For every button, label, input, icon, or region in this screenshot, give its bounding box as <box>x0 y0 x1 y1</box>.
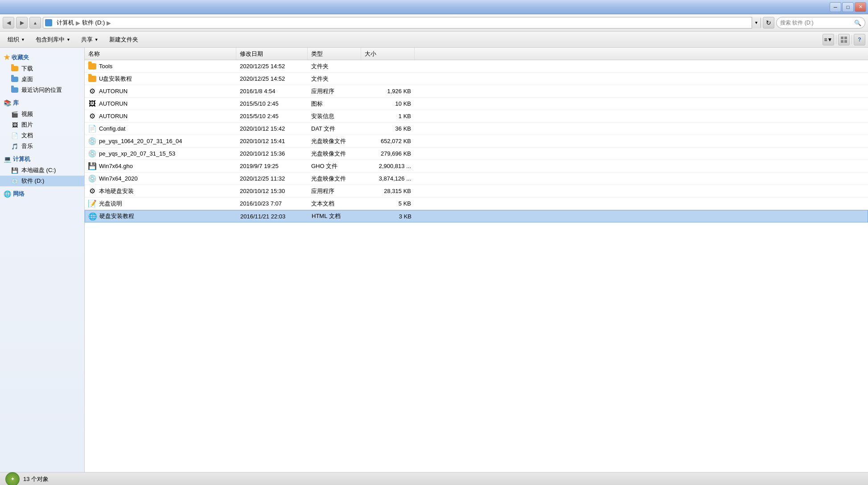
sidebar-item-picture[interactable]: 🖼 图片 <box>0 119 84 130</box>
file-name: Tools <box>99 63 112 70</box>
include-dropdown-icon: ▼ <box>66 37 70 42</box>
location-icon <box>45 19 52 26</box>
iso-icon: 💿 <box>88 175 96 183</box>
table-row[interactable]: Tools 2020/12/25 14:52 文件夹 <box>85 60 868 73</box>
table-row[interactable]: U盘安装教程 2020/12/25 14:52 文件夹 <box>85 73 868 85</box>
sidebar-item-desktop[interactable]: 桌面 <box>0 74 84 85</box>
address-dropdown-arrow[interactable]: ▼ <box>752 17 761 29</box>
file-name: Win7x64.gho <box>99 163 133 169</box>
table-row[interactable]: ⚙ AUTORUN 2016/1/8 4:54 应用程序 1,926 KB <box>85 85 868 98</box>
file-type-cell: GHO 文件 <box>308 162 361 170</box>
new-folder-button[interactable]: 新建文件夹 <box>104 33 143 46</box>
breadcrumb-computer[interactable]: 计算机 <box>57 19 74 27</box>
file-name: pe_yqs_xp_20_07_31_15_53 <box>99 150 175 157</box>
favorites-label: 收藏夹 <box>12 53 29 62</box>
column-header-name[interactable]: 名称 <box>85 48 236 60</box>
sidebar-item-downloads[interactable]: 下载 <box>0 63 84 74</box>
file-size-cell: 1,926 KB <box>361 88 415 95</box>
sidebar-header-favorites[interactable]: ★ 收藏夹 <box>0 51 84 63</box>
file-name: Config.dat <box>99 125 125 132</box>
sidebar-header-computer[interactable]: 💻 计算机 <box>0 153 84 165</box>
file-name: Win7x64_2020 <box>99 175 138 182</box>
gho-icon: 💾 <box>88 162 96 170</box>
maximize-button[interactable]: □ <box>842 2 854 12</box>
view-options-button[interactable]: ≡▼ <box>823 34 834 45</box>
file-name: U盘安装教程 <box>99 75 132 83</box>
file-rows: Tools 2020/12/25 14:52 文件夹 U盘安装教程 2020/1… <box>85 60 868 222</box>
change-view-button[interactable] <box>838 34 850 45</box>
file-date-cell: 2019/9/7 19:25 <box>236 163 308 169</box>
organize-button[interactable]: 组织 ▼ <box>3 33 30 46</box>
table-row[interactable]: 💾 Win7x64.gho 2019/9/7 19:25 GHO 文件 2,90… <box>85 160 868 173</box>
library-icon: 📚 <box>4 99 11 107</box>
address-bar-area: ◀ ▶ ▲ 计算机 ▶ 软件 (D:) ▶ ▼ ↻ 🔍 <box>0 14 868 32</box>
search-input[interactable] <box>780 20 852 26</box>
file-name: AUTORUN <box>99 113 128 119</box>
drive-c-icon: 💾 <box>11 166 19 174</box>
iso-icon: 💿 <box>88 137 96 145</box>
file-name-cell: 📝 光盘说明 <box>85 200 236 208</box>
picture-icon: 🖼 <box>11 121 19 129</box>
include-library-label: 包含到库中 <box>36 36 65 44</box>
file-name-cell: ⚙ AUTORUN <box>85 87 236 95</box>
refresh-button[interactable]: ↻ <box>763 17 774 29</box>
file-type-cell: 文件夹 <box>308 62 361 70</box>
local-d-label: 软件 (D:) <box>21 177 44 185</box>
minimize-button[interactable]: ─ <box>830 2 841 12</box>
sidebar-item-music[interactable]: 🎵 音乐 <box>0 141 84 152</box>
share-button[interactable]: 共享 ▼ <box>76 33 103 46</box>
table-row[interactable]: 💿 Win7x64_2020 2020/12/25 11:32 光盘映像文件 3… <box>85 173 868 185</box>
help-button[interactable]: ? <box>854 34 865 45</box>
file-size-cell: 2,900,813 ... <box>361 163 415 169</box>
sidebar-item-local-c[interactable]: 💾 本地磁盘 (C:) <box>0 165 84 176</box>
table-row[interactable]: 💿 pe_yqs_xp_20_07_31_15_53 2020/10/12 15… <box>85 148 868 160</box>
table-row[interactable]: 💿 pe_yqs_1064_20_07_31_16_04 2020/10/12 … <box>85 135 868 148</box>
local-c-label: 本地磁盘 (C:) <box>21 166 56 174</box>
file-date-cell: 2020/12/25 11:32 <box>236 175 308 182</box>
column-header-type[interactable]: 类型 <box>308 48 361 60</box>
share-dropdown-icon: ▼ <box>95 37 99 42</box>
search-bar[interactable]: 🔍 <box>776 17 865 29</box>
file-type-cell: 文件夹 <box>308 75 361 83</box>
ico-icon: 🖼 <box>88 100 96 108</box>
file-name-cell: ⚙ 本地硬盘安装 <box>85 187 236 195</box>
include-library-button[interactable]: 包含到库中 ▼ <box>31 33 75 46</box>
table-row[interactable]: 🖼 AUTORUN 2015/5/10 2:45 图标 10 KB <box>85 98 868 110</box>
main-layout: ★ 收藏夹 下载 桌面 <box>0 48 868 472</box>
forward-button[interactable]: ▶ <box>16 17 28 29</box>
iso-icon: 💿 <box>88 150 96 158</box>
breadcrumb-drive[interactable]: 软件 (D:) <box>82 19 105 27</box>
drive-d-icon: 💿 <box>11 177 19 185</box>
column-header-size[interactable]: 大小 <box>361 48 415 60</box>
sidebar-item-video[interactable]: 🎬 视频 <box>0 109 84 119</box>
close-button[interactable]: ✕ <box>855 2 866 12</box>
table-row[interactable]: 🌐 硬盘安装教程 2016/11/21 22:03 HTML 文档 3 KB <box>85 210 868 222</box>
table-row[interactable]: 📝 光盘说明 2016/10/23 7:07 文本文档 5 KB <box>85 197 868 210</box>
exe-icon: ⚙ <box>88 87 96 95</box>
sidebar-item-recent[interactable]: 最近访问的位置 <box>0 85 84 95</box>
file-type-cell: 应用程序 <box>308 87 361 95</box>
table-row[interactable]: 📄 Config.dat 2020/10/12 15:42 DAT 文件 36 … <box>85 123 868 135</box>
file-size-cell: 10 KB <box>361 100 415 107</box>
sidebar-header-network[interactable]: 🌐 网络 <box>0 188 84 200</box>
search-icon: 🔍 <box>854 20 861 26</box>
file-name: AUTORUN <box>99 88 128 95</box>
sidebar-item-document[interactable]: 📄 文档 <box>0 130 84 141</box>
sidebar-header-library[interactable]: 📚 库 <box>0 97 84 109</box>
file-date-cell: 2016/10/23 7:07 <box>236 200 308 207</box>
up-button[interactable]: ▲ <box>29 17 41 29</box>
file-date-cell: 2020/10/12 15:36 <box>236 150 308 157</box>
share-label: 共享 <box>81 36 93 44</box>
toolbar: 组织 ▼ 包含到库中 ▼ 共享 ▼ 新建文件夹 ≡▼ ? <box>0 32 868 48</box>
back-button[interactable]: ◀ <box>3 17 14 29</box>
desktop-icon <box>11 75 19 83</box>
table-row[interactable]: ⚙ AUTORUN 2015/5/10 2:45 安装信息 1 KB <box>85 110 868 123</box>
view-icon <box>841 37 847 43</box>
file-name: AUTORUN <box>99 100 128 107</box>
new-folder-label: 新建文件夹 <box>109 36 138 44</box>
downloads-icon <box>11 65 19 73</box>
table-row[interactable]: ⚙ 本地硬盘安装 2020/10/12 15:30 应用程序 28,315 KB <box>85 185 868 197</box>
file-name-cell: 📄 Config.dat <box>85 125 236 133</box>
column-header-date[interactable]: 修改日期 <box>236 48 308 60</box>
sidebar-item-local-d[interactable]: 💿 软件 (D:) <box>0 176 84 186</box>
